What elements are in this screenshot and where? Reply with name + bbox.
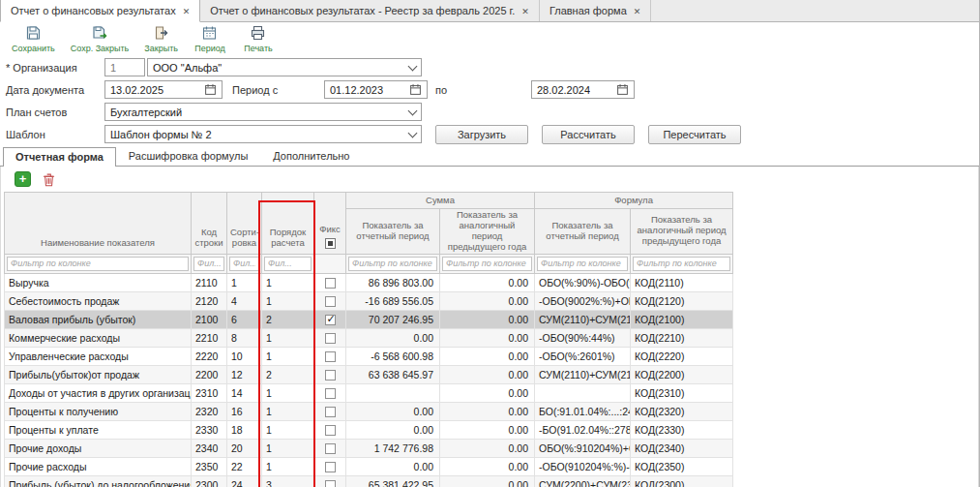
table-row[interactable]: Прочие расходы23502210.000.00-ОБО(910204… [5, 457, 733, 475]
cell-sort[interactable]: 10 [227, 347, 262, 365]
delete-row-button[interactable] [43, 172, 55, 187]
cell-code[interactable]: 2100 [192, 310, 227, 328]
cell-sum-prev[interactable]: 0.00 [440, 328, 535, 347]
organization-code-field[interactable]: 1 [104, 58, 145, 76]
fix-checkbox[interactable] [325, 443, 336, 454]
cell-code[interactable]: 2200 [192, 365, 227, 383]
cell-formula-report[interactable]: -ОБО(9002%:%)+ОБ... [535, 291, 631, 310]
cell-formula-prev[interactable]: КОД(2310) [631, 383, 733, 402]
fix-checkbox[interactable] [325, 370, 336, 380]
cell-formula-report[interactable] [535, 383, 631, 402]
cell-code[interactable]: 2330 [192, 420, 227, 439]
close-tab-icon[interactable]: ✕ [183, 6, 191, 16]
cell-sum-report[interactable]: 1 742 776.98 [346, 439, 440, 457]
cell-sum-prev[interactable]: 0.00 [440, 457, 535, 475]
column-header-sum-prev[interactable]: Показатель за аналогичный период предыду… [440, 209, 535, 255]
cell-formula-report[interactable]: -ОБО(90%:44%) [535, 328, 631, 347]
cell-formula-report[interactable]: -ОБО(%:2601%) [535, 347, 631, 365]
cell-sum-report[interactable]: 0.00 [346, 328, 440, 347]
period-to-field[interactable]: 28.02.2024 [531, 80, 635, 99]
window-tab-report[interactable]: Отчет о финансовых результатах ✕ [0, 0, 200, 22]
cell-formula-report[interactable]: СУМ(2200)+СУМ(23... [535, 475, 631, 487]
fix-checkbox[interactable] [325, 388, 336, 399]
cell-sort[interactable]: 18 [227, 420, 262, 439]
cell-formula-prev[interactable]: КОД(2100) [631, 310, 733, 328]
cell-calc-order[interactable]: 1 [262, 273, 314, 291]
cell-fix[interactable] [314, 383, 346, 402]
table-row[interactable]: Проценты к получению23201610.000.00БО(:9… [5, 402, 733, 420]
table-row[interactable]: Прочие доходы23402011 742 776.980.00ОБО(… [5, 439, 733, 457]
cell-name[interactable]: Валовая прибыль (убыток) [5, 310, 192, 328]
cell-fix[interactable] [314, 310, 346, 328]
table-row[interactable]: Прибыль (убыток) до налогообложения23002… [5, 475, 733, 487]
cell-formula-report[interactable]: ОБО(%:90%)-ОБО(9... [535, 273, 631, 291]
filter-input-code[interactable] [193, 257, 224, 271]
fix-checkbox[interactable] [325, 480, 336, 487]
filter-input-sort[interactable] [229, 257, 259, 271]
cell-calc-order[interactable]: 1 [262, 420, 314, 439]
table-row[interactable]: Управленческие расходы2220101-6 568 600.… [5, 347, 733, 365]
cell-formula-prev[interactable]: КОД(2300) [631, 475, 733, 487]
cell-fix[interactable] [314, 475, 346, 487]
window-tab-registry[interactable]: Отчет о финансовых результатах - Реестр … [200, 0, 540, 21]
cell-formula-prev[interactable]: КОД(2330) [631, 420, 733, 439]
table-row[interactable]: Доходы от участия в других организаци...… [5, 383, 733, 402]
cell-sum-prev[interactable]: 0.00 [440, 291, 535, 310]
cell-formula-report[interactable]: -ОБО(910204%:%)-С... [535, 457, 631, 475]
table-row[interactable]: Коммерческие расходы2210810.000.00-ОБО(9… [5, 328, 733, 347]
cell-fix[interactable] [314, 347, 346, 365]
cell-code[interactable]: 2350 [192, 457, 227, 475]
cell-formula-prev[interactable]: КОД(2320) [631, 402, 733, 420]
load-button[interactable]: Загрузить [435, 125, 528, 144]
cell-sort[interactable]: 4 [227, 291, 262, 310]
cell-sort[interactable]: 14 [227, 383, 262, 402]
cell-calc-order[interactable]: 1 [262, 347, 314, 365]
cell-sum-prev[interactable]: 0.00 [440, 402, 535, 420]
chevron-down-icon[interactable] [408, 106, 418, 115]
cell-sum-prev[interactable]: 0.00 [440, 439, 535, 457]
column-header-sort[interactable]: Сорти-ровка [227, 193, 262, 255]
recalculate-button[interactable]: Пересчитать [648, 125, 741, 144]
calculate-button[interactable]: Рассчитать [542, 125, 635, 144]
cell-name[interactable]: Доходы от участия в других организаци... [5, 383, 192, 402]
cell-sort[interactable]: 22 [227, 457, 262, 475]
fix-checkbox[interactable] [325, 462, 336, 472]
cell-sum-report[interactable]: 0.00 [346, 420, 440, 439]
add-row-button[interactable]: + [15, 171, 31, 187]
cell-sum-report[interactable]: -6 568 600.98 [346, 347, 440, 365]
close-tab-icon[interactable]: ✕ [634, 6, 641, 16]
cell-fix[interactable] [314, 457, 346, 475]
chevron-down-icon[interactable] [408, 61, 418, 71]
column-header-name[interactable]: Наименование показателя [5, 193, 192, 255]
cell-formula-report[interactable]: СУМ(2110)+СУМ(21... [535, 310, 631, 328]
period-from-field[interactable]: 01.12.2023 [324, 80, 428, 99]
fix-checkbox[interactable] [325, 407, 336, 417]
cell-formula-report[interactable]: ОБО(%:910204%)+О... [535, 439, 631, 457]
print-button[interactable]: Печать [242, 25, 275, 53]
cell-sum-report[interactable]: 65 381 422.95 [346, 475, 440, 487]
cell-sort[interactable]: 12 [227, 365, 262, 383]
cell-sum-report[interactable]: 63 638 645.97 [346, 365, 440, 383]
cell-fix[interactable] [314, 420, 346, 439]
cell-formula-report[interactable]: -БО(91.02.04%::278... [535, 420, 631, 439]
cell-sum-prev[interactable]: 0.00 [440, 475, 535, 487]
cell-fix[interactable] [314, 328, 346, 347]
table-row[interactable]: Проценты к уплате23301810.000.00-БО(91.0… [5, 420, 733, 439]
cell-fix[interactable] [314, 439, 346, 457]
table-row[interactable]: Выручка21101186 896 803.000.00ОБО(%:90%)… [5, 273, 733, 291]
cell-formula-prev[interactable]: КОД(2210) [631, 328, 733, 347]
cell-sum-prev[interactable]: 0.00 [440, 273, 535, 291]
cell-code[interactable]: 2220 [192, 347, 227, 365]
fix-checkbox[interactable] [325, 425, 336, 436]
tab-additional[interactable]: Дополнительно [260, 146, 362, 166]
cell-code[interactable]: 2120 [192, 291, 227, 310]
fix-all-toggle-icon[interactable] [325, 238, 336, 249]
column-header-formula-prev[interactable]: Показатель за аналогичный период предыду… [631, 209, 733, 255]
column-header-code[interactable]: Код строки [192, 193, 227, 255]
tab-formula-decode[interactable]: Расшифровка формулы [116, 146, 260, 166]
fix-checkbox[interactable] [325, 333, 336, 344]
cell-code[interactable]: 2340 [192, 439, 227, 457]
cell-formula-prev[interactable]: КОД(2120) [631, 291, 733, 310]
filter-input-sum-report[interactable] [348, 257, 437, 271]
calendar-icon[interactable] [409, 83, 422, 96]
